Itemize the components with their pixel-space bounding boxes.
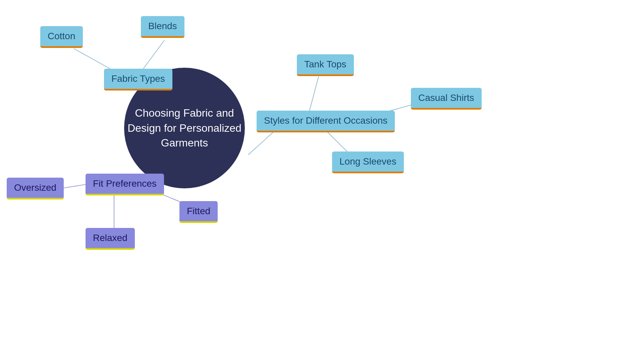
svg-line-8: [309, 76, 319, 114]
fit-preferences-node[interactable]: Fit Preferences: [86, 174, 164, 195]
fabric-types-node[interactable]: Fabric Types: [104, 69, 172, 90]
svg-line-2: [141, 40, 164, 72]
relaxed-node[interactable]: Relaxed: [86, 228, 135, 250]
styles-node[interactable]: Styles for Different Occasions: [257, 111, 395, 132]
cotton-node[interactable]: Cotton: [40, 26, 83, 48]
blends-node[interactable]: Blends: [141, 16, 184, 38]
casual-shirts-node[interactable]: Casual Shirts: [411, 88, 482, 110]
tank-tops-node[interactable]: Tank Tops: [297, 54, 354, 76]
oversized-node[interactable]: Oversized: [7, 178, 64, 199]
long-sleeves-node[interactable]: Long Sleeves: [332, 152, 404, 173]
fitted-node[interactable]: Fitted: [179, 201, 218, 223]
